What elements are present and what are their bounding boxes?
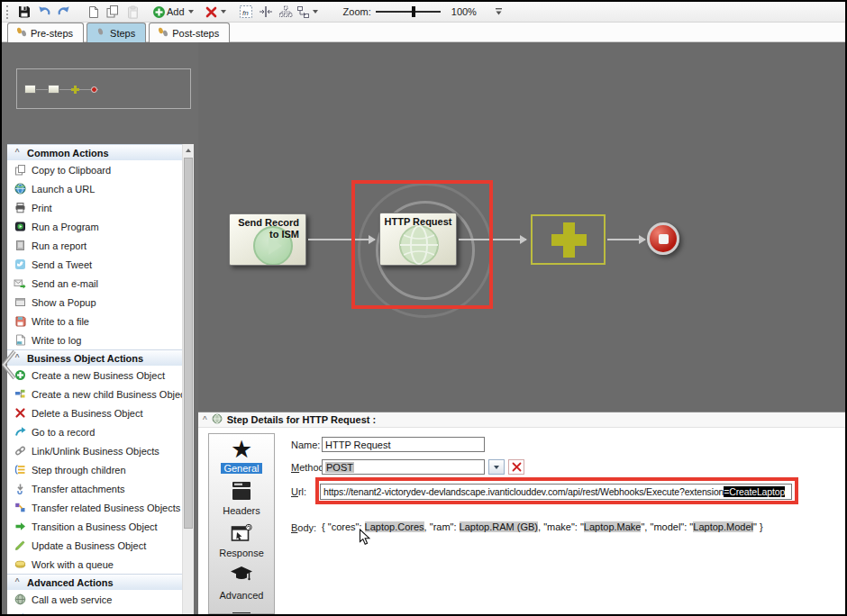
action-run-report[interactable]: Run a report xyxy=(7,236,182,255)
action-go-to-record[interactable]: Go to a record xyxy=(7,422,182,441)
call-web-service-icon xyxy=(14,593,26,606)
workflow-canvas[interactable]: Send Record to ISM HTTP Request xyxy=(198,42,845,412)
add-button[interactable]: Add xyxy=(152,3,194,21)
action-label: Create a new child Business Object xyxy=(32,389,182,400)
action-write-to-log[interactable]: LOGWrite to log xyxy=(7,331,182,349)
layout-tree-button[interactable] xyxy=(277,3,295,21)
scrollbar-thumb[interactable] xyxy=(184,158,193,529)
action-launch-url[interactable]: Launch a URL xyxy=(7,179,182,198)
action-work-with-queue[interactable]: Work with a queue xyxy=(7,555,182,574)
align-center-button[interactable] xyxy=(257,3,275,21)
nav-headers[interactable]: Headers xyxy=(223,479,260,516)
zoom-slider[interactable] xyxy=(376,5,441,18)
step-details-header[interactable]: ^ Step Details for HTTP Request : xyxy=(198,412,845,428)
workflow-minimap[interactable] xyxy=(16,68,191,109)
section-title: Business Object Actions xyxy=(27,353,143,364)
expression-button[interactable]: fn xyxy=(237,3,255,21)
action-write-to-file[interactable]: Write to a file xyxy=(7,312,182,331)
section-common-actions[interactable]: ^ Common Actions xyxy=(7,144,182,160)
copy-button[interactable] xyxy=(104,3,122,21)
nav-advanced[interactable]: Advanced xyxy=(220,564,264,601)
action-update-business-object[interactable]: Update a Business Object xyxy=(7,536,182,555)
nav-general[interactable]: ★ General xyxy=(221,437,261,474)
work-with-queue-icon xyxy=(14,558,26,571)
actions-list: ^ Common Actions Copy to Clipboard Launc… xyxy=(7,144,194,614)
name-value: HTTP Request xyxy=(325,439,391,450)
method-clear-button[interactable] xyxy=(508,459,524,475)
nav-response[interactable]: Response xyxy=(219,521,264,558)
section-advanced-actions[interactable]: ^ Advanced Actions xyxy=(7,574,182,590)
toolbar-grip[interactable] xyxy=(6,5,10,19)
panel-collapse-chevron[interactable] xyxy=(2,349,18,385)
tab-post-steps[interactable]: Post-steps xyxy=(149,23,230,42)
undo-button[interactable] xyxy=(35,3,53,21)
redo-button[interactable] xyxy=(55,3,73,21)
action-create-child-business-object[interactable]: Create a new child Business Object xyxy=(7,385,182,403)
print-icon xyxy=(14,202,26,214)
chevron-down-icon xyxy=(494,466,499,469)
step-details-panel: ^ Step Details for HTTP Request : ★ Gene… xyxy=(198,412,845,614)
url-label: Url: xyxy=(291,486,306,497)
name-label: Name: xyxy=(291,439,320,450)
method-input[interactable]: POST xyxy=(322,459,485,475)
sidebar: ^ Common Actions Copy to Clipboard Launc… xyxy=(2,42,198,614)
write-file-icon xyxy=(14,315,26,328)
section-business-object-actions[interactable]: ^ Business Object Actions xyxy=(7,349,182,366)
action-delete-business-object[interactable]: Delete a Business Object xyxy=(7,403,182,422)
action-print[interactable]: Print xyxy=(7,198,182,217)
name-input[interactable]: HTTP Request xyxy=(322,437,485,452)
delete-button[interactable] xyxy=(205,3,226,21)
action-show-popup[interactable]: Show a Popup xyxy=(7,293,182,312)
field-token: Laptop.RAM (GB) xyxy=(460,521,538,532)
window-icon xyxy=(231,611,252,615)
action-send-tweet[interactable]: Send a Tweet xyxy=(7,255,182,274)
tab-pre-steps[interactable]: Pre-steps xyxy=(7,23,84,42)
new-page-button[interactable] xyxy=(84,3,102,21)
chevron-down-icon xyxy=(188,10,194,14)
link-unlink-icon xyxy=(14,445,26,457)
node-add-step[interactable] xyxy=(531,214,606,265)
field-token: Laptop.Model xyxy=(693,521,753,532)
actions-scrollbar[interactable] xyxy=(182,144,194,614)
action-label: Send an e-mail xyxy=(32,278,98,289)
layout-tree-icon xyxy=(278,5,293,19)
action-link-unlink-business-objects[interactable]: Link/Unlink Business Objects xyxy=(7,441,182,460)
node-send-record-to-ism[interactable]: Send Record to ISM xyxy=(229,213,306,266)
action-send-email[interactable]: Send an e-mail xyxy=(7,274,182,293)
tab-steps[interactable]: Steps xyxy=(87,23,146,42)
main-toolbar: Add fn Zoom: 100% xyxy=(2,2,845,23)
action-label: Transfer attachments xyxy=(32,484,125,494)
action-transition-business-object[interactable]: Transition a Business Object xyxy=(7,517,182,536)
annotation-highlight-http-node xyxy=(351,180,493,309)
action-label: Transfer related Business Objects xyxy=(32,503,180,513)
zoom-slider-track[interactable] xyxy=(376,11,441,13)
collapse-chevron-icon: ^ xyxy=(203,415,207,425)
action-step-through-children[interactable]: Step through children xyxy=(7,460,182,479)
action-label: Write to a file xyxy=(32,316,89,327)
toolbar-overflow-button[interactable] xyxy=(490,3,508,21)
url-input[interactable]: https://tenant2-victorydev-devlandscape.… xyxy=(320,484,792,500)
action-run-program[interactable]: Run a Program xyxy=(7,217,182,236)
action-copy-to-clipboard[interactable]: Copy to Clipboard xyxy=(7,160,182,179)
tab-label: Post-steps xyxy=(172,28,219,39)
expression-grid-icon: fn xyxy=(239,5,253,19)
layout-options-button[interactable] xyxy=(296,3,318,21)
action-label: Run a Program xyxy=(32,222,99,232)
connector-arrow xyxy=(607,239,645,240)
scrollbar-up-button[interactable] xyxy=(183,144,194,156)
action-label: Link/Unlink Business Objects xyxy=(32,446,159,457)
action-call-web-service[interactable]: Call a web service xyxy=(7,590,182,609)
action-transfer-related-business-objects[interactable]: Transfer related Business Objects xyxy=(7,498,182,517)
paste-button[interactable] xyxy=(123,3,141,21)
action-decide-between-multiple-cases[interactable]: Decide Between Multiple Cases xyxy=(7,609,182,614)
decide-cases-icon xyxy=(14,612,26,615)
action-transfer-attachments[interactable]: Transfer attachments xyxy=(7,479,182,498)
method-dropdown-button[interactable] xyxy=(488,459,505,475)
action-create-business-object[interactable]: Create a new Business Object xyxy=(7,366,182,385)
body-input[interactable]: { "cores": Laptop.Cores, "ram": Laptop.R… xyxy=(322,521,838,534)
zoom-slider-handle[interactable] xyxy=(412,6,415,17)
action-label: Show a Popup xyxy=(32,297,96,308)
node-stop[interactable] xyxy=(647,222,679,255)
save-button[interactable] xyxy=(15,3,33,21)
nav-more-partial[interactable] xyxy=(231,606,252,614)
